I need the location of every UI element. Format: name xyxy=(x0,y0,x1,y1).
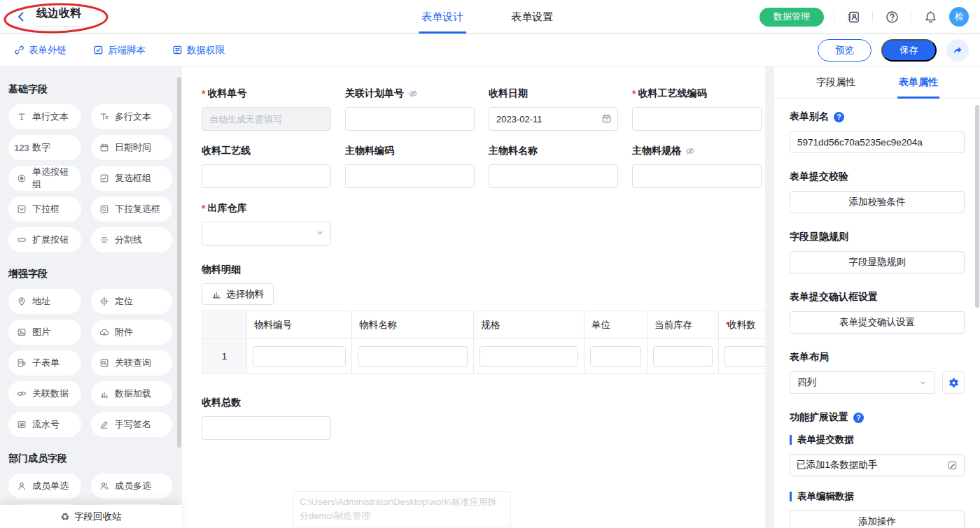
main-material-name-input[interactable] xyxy=(489,164,618,188)
field-label: 收料日期 xyxy=(489,87,528,100)
share-button[interactable] xyxy=(946,39,969,62)
table-cell xyxy=(719,339,766,374)
help-badge-icon[interactable]: ? xyxy=(834,112,844,122)
form-field[interactable]: *收料工艺线编码 xyxy=(632,87,762,131)
submit-confirm-button[interactable]: 表单提交确认设置 xyxy=(790,311,965,334)
required-mark: * xyxy=(202,88,205,99)
external-link-action[interactable]: 表单外链 xyxy=(14,44,66,57)
field-item-label: 日期时间 xyxy=(115,141,151,154)
column-header: 物料名称 xyxy=(352,311,474,339)
add-validation-button[interactable]: 添加校验条件 xyxy=(790,191,965,213)
form-field[interactable]: 收料工艺线 xyxy=(202,145,331,188)
unit-cell-input[interactable] xyxy=(590,346,641,367)
field-item-linked-query[interactable]: 关联查询 xyxy=(91,350,172,376)
calendar-icon[interactable]: 7 xyxy=(601,113,612,124)
field-item-attachment[interactable]: 附件 xyxy=(91,320,172,345)
user-avatar[interactable]: 检 xyxy=(949,7,969,27)
form-field[interactable]: 主物料编码 xyxy=(345,145,475,188)
data-manage-button[interactable]: 数据管理 xyxy=(760,8,824,27)
edit-icon[interactable] xyxy=(947,460,958,471)
field-item-extend-button[interactable]: 扩展按钮 xyxy=(8,227,81,252)
form-field[interactable]: *收料单号 xyxy=(202,87,331,131)
field-item-label: 复选框组 xyxy=(115,172,151,185)
field-item-serial-number[interactable]: 流水号 xyxy=(8,412,81,437)
process-line-input[interactable] xyxy=(202,164,331,188)
field-item-member-multi[interactable]: 成员多选 xyxy=(91,473,172,499)
field-item-signature[interactable]: 手写签名 xyxy=(91,412,172,437)
field-item-linked-data[interactable]: 关联数据 xyxy=(8,381,81,406)
field-recycle-bin[interactable]: ♻ 字段回收站 xyxy=(0,505,182,528)
main-material-spec-input[interactable] xyxy=(632,164,762,188)
tab-form-design[interactable]: 表单设计 xyxy=(421,0,463,34)
plan-no-input[interactable] xyxy=(345,107,475,131)
notification-bell-icon[interactable] xyxy=(921,8,939,26)
panel-scrollbar[interactable] xyxy=(975,105,979,308)
form-field[interactable]: 关联计划单号 xyxy=(345,87,475,131)
visibility-rules-button[interactable]: 字段显隐规则 xyxy=(790,251,965,273)
receipt-qty-cell-input[interactable] xyxy=(724,346,765,367)
warehouse-select[interactable] xyxy=(202,222,331,245)
receipt-date-input[interactable] xyxy=(489,107,618,131)
field-item-dropdown[interactable]: 下拉框 xyxy=(8,197,81,222)
field-item-image[interactable]: 图片 xyxy=(8,320,81,345)
field-item-address[interactable]: 地址 xyxy=(8,289,81,314)
process-line-code-input[interactable] xyxy=(632,107,762,131)
field-item-multi-line-text[interactable]: 多行文本 xyxy=(91,104,172,129)
main-material-code-input[interactable] xyxy=(345,164,475,188)
material-name-cell-input[interactable] xyxy=(358,346,468,367)
sidebar-scrollbar[interactable] xyxy=(177,77,181,448)
submit-data-subsection: 表单提交数据 xyxy=(790,434,965,446)
data-assistant-box[interactable]: 已添加1条数据助手 xyxy=(790,454,965,476)
field-item-number[interactable]: 123数字 xyxy=(8,135,81,160)
form-alias-input[interactable] xyxy=(790,131,965,153)
total-qty-input[interactable] xyxy=(202,416,331,440)
form-field[interactable]: 收料日期 7 xyxy=(489,87,618,131)
preview-button[interactable]: 预览 xyxy=(818,39,872,62)
script-icon xyxy=(93,45,104,55)
column-header: 当前库存 xyxy=(648,311,719,339)
add-operation-button[interactable]: 添加操作 xyxy=(790,511,965,528)
field-item-geolocation[interactable]: 定位 xyxy=(91,289,172,314)
help-badge-icon[interactable]: ? xyxy=(853,413,864,423)
field-item-member-single[interactable]: 成员单选 xyxy=(8,473,81,499)
people-icon xyxy=(99,481,110,491)
form-field[interactable]: *出库仓库 xyxy=(202,202,331,245)
field-item-multi-dropdown[interactable]: 下拉复选框 xyxy=(91,197,172,222)
field-item-radio-group[interactable]: 单选按钮组 xyxy=(8,166,81,191)
toolbar-link-label: 后端脚本 xyxy=(108,44,146,57)
tab-field-properties[interactable]: 字段属性 xyxy=(816,66,855,99)
field-item-checkbox-group[interactable]: 复选框组 xyxy=(91,166,172,191)
backend-script-action[interactable]: 后端脚本 xyxy=(93,44,146,57)
extension-label: 功能扩展设置 xyxy=(790,411,848,424)
field-item-data-load[interactable]: 数据加载 xyxy=(91,381,172,406)
layout-select[interactable]: 四列 xyxy=(790,371,935,394)
linked-query-icon xyxy=(99,358,110,368)
page-title[interactable]: 线边收料 xyxy=(35,6,84,27)
tab-form-properties[interactable]: 表单属性 xyxy=(899,66,938,99)
divider-icon xyxy=(99,235,110,245)
bar-chart-icon xyxy=(99,389,110,399)
form-field[interactable]: 收料总数 xyxy=(202,397,765,440)
field-item-subform[interactable]: 子表单 xyxy=(8,350,81,376)
field-item-datetime[interactable]: 日期时间 xyxy=(91,135,172,160)
help-icon[interactable] xyxy=(883,8,901,26)
table-cell xyxy=(247,339,352,374)
address-book-icon[interactable] xyxy=(844,8,862,26)
data-permission-action[interactable]: 数据权限 xyxy=(172,44,225,57)
field-item-divider[interactable]: 分割线 xyxy=(91,227,172,252)
spec-cell-input[interactable] xyxy=(479,346,578,367)
stock-cell-input[interactable] xyxy=(653,346,713,367)
save-button[interactable]: 保存 xyxy=(881,39,937,62)
edit-data-subsection: 表单编辑数据 xyxy=(790,490,965,503)
field-item-single-line-text[interactable]: 单行文本 xyxy=(8,104,81,129)
table-cell xyxy=(648,339,719,374)
form-field[interactable]: 主物料规格 xyxy=(632,145,762,188)
back-icon[interactable] xyxy=(14,10,28,24)
material-code-cell-input[interactable] xyxy=(253,346,346,367)
layout-settings-button[interactable] xyxy=(942,371,965,394)
table-cell xyxy=(584,339,648,374)
tab-form-settings[interactable]: 表单设置 xyxy=(511,0,553,34)
form-design-canvas[interactable]: *收料单号 关联计划单号 收料日期 7 *收料工艺线编码 xyxy=(182,66,765,528)
select-material-button[interactable]: 选择物料 xyxy=(202,283,274,305)
form-field[interactable]: 主物料名称 xyxy=(489,145,618,188)
